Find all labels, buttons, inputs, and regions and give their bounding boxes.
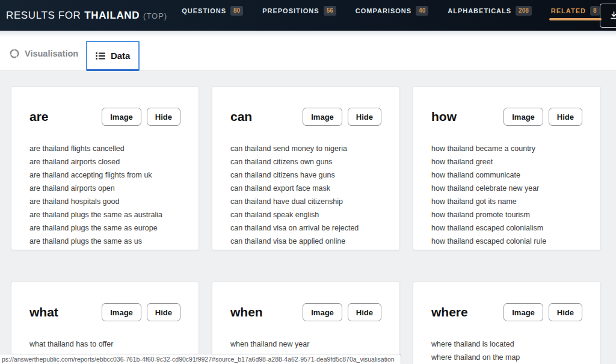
- card-header: where Image Hide: [431, 303, 582, 321]
- view-toggle-toolbar: Visualisation Data: [0, 37, 616, 70]
- page-title-prefix: RESULTS FOR: [6, 10, 81, 22]
- tab-label: PREPOSITIONS: [262, 7, 319, 14]
- card-title: how: [431, 109, 457, 125]
- card-query-list: how thailand became a countryhow thailan…: [431, 142, 582, 248]
- header-shadow: [0, 31, 616, 37]
- card-actions: Image Hide: [303, 303, 381, 321]
- query-list-item[interactable]: can thailand citizens have guns: [230, 168, 381, 182]
- image-button[interactable]: Image: [504, 108, 543, 126]
- query-list-item[interactable]: how thailand escaped colonial rule: [431, 235, 582, 248]
- query-list-item[interactable]: are thailand plugs the same as europe: [29, 221, 180, 235]
- query-list-item[interactable]: how thailand communicate: [431, 168, 582, 182]
- query-list-item[interactable]: are thailand accepting flights from uk: [29, 168, 180, 182]
- query-list-item[interactable]: how thailand greet: [431, 155, 582, 168]
- keyword-card: where Image Hide where thailand is locat…: [413, 282, 601, 364]
- image-button[interactable]: Image: [303, 108, 342, 126]
- query-list-item[interactable]: how thailand escaped colonialism: [431, 221, 582, 235]
- header-tab[interactable]: QUESTIONS 80: [182, 6, 243, 16]
- image-button[interactable]: Image: [303, 303, 342, 321]
- query-list-item[interactable]: where thailand is located: [431, 338, 582, 351]
- tab-count-badge: 40: [416, 6, 428, 16]
- query-list-item[interactable]: how thailand promote tourism: [431, 208, 582, 221]
- content-area: are Image Hide are thailand flights canc…: [0, 70, 616, 364]
- tab-count-badge: 208: [516, 6, 532, 16]
- card-query-list: can thailand send money to nigeriacan th…: [230, 142, 381, 248]
- card-header: how Image Hide: [431, 108, 582, 126]
- tab-label: RELATED: [551, 7, 586, 14]
- header-tab[interactable]: PREPOSITIONS 56: [262, 6, 336, 16]
- header-tab[interactable]: COMPARISONS 40: [356, 6, 428, 16]
- card-title: are: [29, 109, 49, 125]
- card-actions: Image Hide: [102, 108, 180, 126]
- tab-label: COMPARISONS: [356, 7, 411, 14]
- data-toggle[interactable]: Data: [86, 41, 140, 71]
- query-list-item[interactable]: can thailand citizens own guns: [230, 155, 381, 168]
- header-tab[interactable]: RELATED 8: [551, 6, 600, 16]
- data-label: Data: [111, 51, 131, 61]
- keyword-card: how Image Hide how thailand became a cou…: [413, 86, 601, 250]
- keyword-card: are Image Hide are thailand flights canc…: [11, 86, 199, 250]
- card-header: are Image Hide: [29, 108, 180, 126]
- tab-count-badge: 80: [230, 6, 243, 16]
- query-list-item[interactable]: are thailand hospitals good: [29, 195, 180, 208]
- query-list-item[interactable]: how thailand got its name: [431, 195, 582, 208]
- query-list-item[interactable]: what thailand has to offer: [29, 338, 180, 351]
- active-tab-underline: [549, 18, 602, 20]
- hide-button[interactable]: Hide: [348, 303, 381, 321]
- card-actions: Image Hide: [504, 303, 582, 321]
- query-list-item[interactable]: can thailand export face mask: [230, 182, 381, 195]
- query-list-item[interactable]: can thailand visa be applied online: [230, 235, 381, 248]
- card-query-list: where thailand is locatedwhere thailand …: [431, 338, 582, 364]
- cards-grid: are Image Hide are thailand flights canc…: [11, 86, 601, 364]
- header-tab[interactable]: ALPHABETICALS 208: [448, 6, 532, 16]
- card-actions: Image Hide: [504, 108, 582, 126]
- card-title: when: [230, 304, 263, 320]
- card-header: when Image Hide: [230, 303, 381, 321]
- page-title-keyword: THAILAND: [84, 10, 140, 22]
- image-button[interactable]: Image: [102, 303, 141, 321]
- query-list-item[interactable]: can thailand visa on arrival be rejected: [230, 221, 381, 235]
- hide-button[interactable]: Hide: [147, 108, 180, 126]
- query-list-item[interactable]: are thailand flights cancelled: [29, 142, 180, 155]
- download-icon: [609, 11, 616, 20]
- query-list-item[interactable]: are thailand plugs the same as australia: [29, 208, 180, 221]
- keyword-card: when Image Hide when thailand new yearwh…: [212, 282, 400, 364]
- card-query-list: are thailand flights cancelledare thaila…: [29, 142, 180, 248]
- card-actions: Image Hide: [303, 108, 381, 126]
- card-title: what: [29, 304, 58, 320]
- visualisation-toggle[interactable]: Visualisation: [9, 48, 86, 59]
- page-title: RESULTS FOR THAILAND (TOP): [6, 10, 167, 22]
- hide-button[interactable]: Hide: [147, 303, 180, 321]
- query-list-item[interactable]: are thailand airports open: [29, 182, 180, 195]
- query-list-item[interactable]: can thailand speak english: [230, 208, 381, 221]
- query-list-item[interactable]: where thailand on the map: [431, 351, 582, 364]
- page-title-scope: (TOP): [143, 11, 167, 20]
- status-bar-url: ps://answerthepublic.com/reports/ebbcc03…: [0, 354, 401, 364]
- keyword-card: can Image Hide can thailand send money t…: [212, 86, 400, 250]
- download-csv-button[interactable]: Download CSV: [600, 4, 616, 28]
- hide-button[interactable]: Hide: [549, 108, 582, 126]
- query-list-item[interactable]: are thailand airports closed: [29, 155, 180, 168]
- query-list-item[interactable]: how thailand celebrate new year: [431, 182, 582, 195]
- tab-count-badge: 56: [324, 6, 336, 16]
- card-title: can: [230, 109, 252, 125]
- query-list-item[interactable]: how thailand became a country: [431, 142, 582, 155]
- query-list-item[interactable]: can thailand send money to nigeria: [230, 142, 381, 155]
- tab-count-badge: 8: [590, 6, 600, 16]
- image-button[interactable]: Image: [102, 108, 141, 126]
- app-header: RESULTS FOR THAILAND (TOP) QUESTIONS 80 …: [0, 0, 616, 31]
- tab-label: QUESTIONS: [182, 7, 226, 14]
- card-header: can Image Hide: [230, 108, 381, 126]
- visualisation-icon: [9, 48, 20, 59]
- image-button[interactable]: Image: [504, 303, 543, 321]
- tab-label: ALPHABETICALS: [448, 7, 511, 14]
- keyword-card: what Image Hide what thailand has to off…: [11, 282, 199, 364]
- query-list-item[interactable]: can thailand have dual citizenship: [230, 195, 381, 208]
- card-actions: Image Hide: [102, 303, 180, 321]
- query-list-item[interactable]: when thailand new year: [230, 338, 381, 351]
- visualisation-label: Visualisation: [25, 49, 78, 58]
- query-list-item[interactable]: are thailand plugs the same as us: [29, 235, 180, 248]
- hide-button[interactable]: Hide: [348, 108, 381, 126]
- hide-button[interactable]: Hide: [549, 303, 582, 321]
- card-title: where: [431, 304, 468, 320]
